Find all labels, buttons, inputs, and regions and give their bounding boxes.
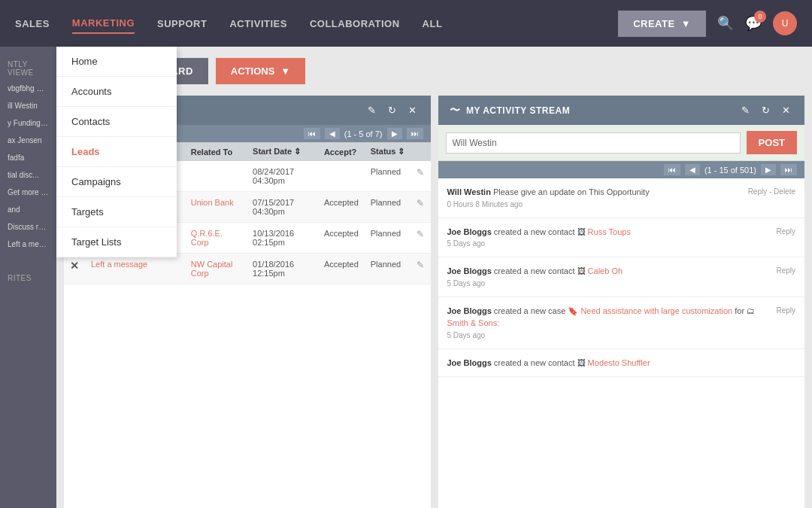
col-start-date[interactable]: Start Date ⇕: [247, 142, 318, 161]
sidebar-item-4[interactable]: fadfa: [0, 149, 56, 166]
favorites-label: rites: [0, 268, 56, 285]
activity-action-2: created a new contact: [494, 266, 575, 275]
sidebar-item-6[interactable]: Get more inf...: [0, 184, 56, 201]
nav-all[interactable]: ALL: [423, 14, 443, 33]
user-avatar[interactable]: U: [773, 11, 797, 35]
actions-button[interactable]: ACTIONS ▼: [216, 58, 305, 84]
activity-time-3: 5 Days ago: [447, 330, 796, 341]
row-accept: [318, 161, 365, 192]
activity-actor-0: Will Westin: [447, 187, 491, 196]
sidebar-item-9[interactable]: Left a message: [0, 236, 56, 253]
activity-pagination-info: (1 - 15 of 501): [704, 166, 756, 175]
dropdown-home[interactable]: Home: [56, 47, 177, 77]
activity-prev-page[interactable]: ◀: [685, 164, 700, 175]
activity-contact-3[interactable]: Need assistance with large customization: [580, 306, 732, 315]
reply-1[interactable]: Reply: [776, 226, 795, 237]
dropdown-targets[interactable]: Targets: [56, 197, 177, 227]
reply-delete-0[interactable]: Reply - Delete: [748, 186, 795, 197]
activity-close-button[interactable]: ✕: [779, 103, 793, 117]
contact-icon-2: 🖼: [577, 266, 588, 275]
top-navigation: SALES MARKETING SUPPORT ACTIVITIES COLLA…: [0, 0, 812, 47]
dropdown-leads[interactable]: Leads: [56, 137, 177, 167]
row-edit[interactable]: ✎: [411, 161, 430, 192]
activity-refresh-button[interactable]: ↻: [759, 103, 773, 117]
calls-edit-button[interactable]: ✎: [365, 103, 379, 117]
nav-support[interactable]: SUPPORT: [157, 14, 207, 33]
calls-prev-page-button[interactable]: ◀: [325, 128, 340, 139]
dropdown-target-lists[interactable]: Target Lists: [56, 227, 177, 257]
col-accept: Accept?: [318, 142, 365, 161]
activity-list: Reply - Delete Will Westin Please give a…: [438, 178, 805, 508]
activity-time-2: 5 Days ago: [447, 278, 796, 289]
row-related[interactable]: NW Capital Corp: [185, 254, 247, 284]
dropdown-contacts[interactable]: Contacts: [56, 107, 177, 137]
activity-pagination-bar: ⏮ ◀ (1 - 15 of 501) ▶ ⏭: [438, 161, 805, 178]
calls-header-actions: ✎ ↻ ✕: [365, 103, 420, 117]
activity-post-input[interactable]: [446, 132, 741, 154]
activity-action2-3: for: [735, 306, 744, 315]
actions-arrow-icon: ▼: [280, 65, 290, 77]
row-related[interactable]: Union Bank: [185, 192, 247, 223]
activity-last-page[interactable]: ⏭: [780, 164, 797, 175]
row-related: [185, 161, 247, 192]
calls-close-button[interactable]: ✕: [405, 103, 420, 117]
row-related[interactable]: Q.R.6.E. Corp: [185, 223, 247, 254]
activity-panel: 〜 MY ACTIVITY STREAM ✎ ↻ ✕ POST ⏮ ◀: [438, 96, 805, 508]
activity-item-2: Reply Joe Bloggs created a new contact 🖼…: [438, 257, 805, 297]
calls-first-page-button[interactable]: ⏮: [304, 128, 320, 139]
row-date: 01/18/2016 12:15pm: [247, 254, 318, 284]
row-edit[interactable]: ✎: [411, 192, 430, 223]
dropdown-accounts[interactable]: Accounts: [56, 77, 177, 107]
calls-refresh-button[interactable]: ↻: [385, 103, 399, 117]
activity-contact-2[interactable]: Caleb Oh: [588, 266, 623, 275]
calls-next-page-button[interactable]: ▶: [387, 128, 402, 139]
row-remove[interactable]: ✕: [64, 254, 85, 284]
sidebar-item-8[interactable]: Discuss revi...: [0, 218, 56, 236]
row-subject[interactable]: Left a message: [85, 254, 185, 284]
col-status[interactable]: Status ⇕: [365, 142, 411, 161]
contact-icon-4: 🖼: [577, 358, 588, 367]
nav-sales[interactable]: SALES: [15, 14, 50, 33]
activity-contact-1[interactable]: Russ Toups: [588, 227, 631, 236]
dropdown-arrow-icon: ▼: [681, 18, 691, 29]
row-edit[interactable]: ✎: [411, 223, 430, 254]
nav-marketing[interactable]: MARKETING: [72, 14, 135, 34]
dropdown-campaigns[interactable]: Campaigns: [56, 167, 177, 197]
post-button[interactable]: POST: [747, 131, 797, 154]
org-icon-3: 🗂: [747, 306, 755, 315]
sidebar-item-2[interactable]: y Funding Co: [0, 114, 56, 132]
activity-item-0: Reply - Delete Will Westin Please give a…: [438, 178, 805, 218]
create-label: CREATE: [633, 18, 674, 29]
row-date: 07/15/2017 04:30pm: [247, 192, 318, 223]
activity-item-4: Joe Bloggs created a new contact 🖼 Modes…: [438, 349, 805, 378]
row-edit[interactable]: ✎: [411, 254, 430, 284]
activity-panel-header: 〜 MY ACTIVITY STREAM ✎ ↻ ✕: [438, 96, 805, 125]
activity-edit-button[interactable]: ✎: [738, 103, 753, 117]
activity-action-4: created a new contact: [494, 358, 575, 367]
nav-collaboration[interactable]: COLLABORATION: [310, 14, 400, 33]
sidebar-item-1[interactable]: ill Westin: [0, 97, 56, 114]
contact-icon-1: 🖼: [577, 227, 588, 236]
create-button[interactable]: CREATE ▼: [618, 11, 706, 37]
activity-first-page[interactable]: ⏮: [664, 164, 680, 175]
sidebar-item-7[interactable]: and: [0, 201, 56, 218]
calls-last-page-button[interactable]: ⏭: [407, 128, 423, 139]
activity-item-1: Reply Joe Bloggs created a new contact 🖼…: [438, 218, 805, 258]
activity-contact-4[interactable]: Modesto Shuffler: [588, 358, 650, 367]
col-related-to[interactable]: Related To: [185, 142, 247, 161]
content-area: ntly Viewe vbgfbhg Cont... ill Westin y …: [0, 47, 812, 508]
notifications-button[interactable]: 💬 0: [745, 15, 762, 32]
reply-3[interactable]: Reply: [776, 305, 795, 316]
activity-contact2-3[interactable]: Smith & Sons:: [447, 318, 500, 327]
activity-action-1: created a new contact: [494, 227, 575, 236]
sidebar-item-3[interactable]: ax Jensen: [0, 132, 56, 149]
reply-2[interactable]: Reply: [776, 265, 795, 276]
actions-label: ACTIONS: [231, 65, 275, 77]
activity-next-page[interactable]: ▶: [761, 164, 776, 175]
sidebar-item-5[interactable]: tial disc...: [0, 166, 56, 184]
sidebar-item-0[interactable]: vbgfbhg Cont...: [0, 80, 56, 97]
row-accept: Accepted: [318, 192, 365, 223]
nav-activities[interactable]: ACTIVITIES: [229, 14, 287, 33]
col-edit: [411, 142, 430, 161]
search-button[interactable]: 🔍: [717, 15, 734, 32]
